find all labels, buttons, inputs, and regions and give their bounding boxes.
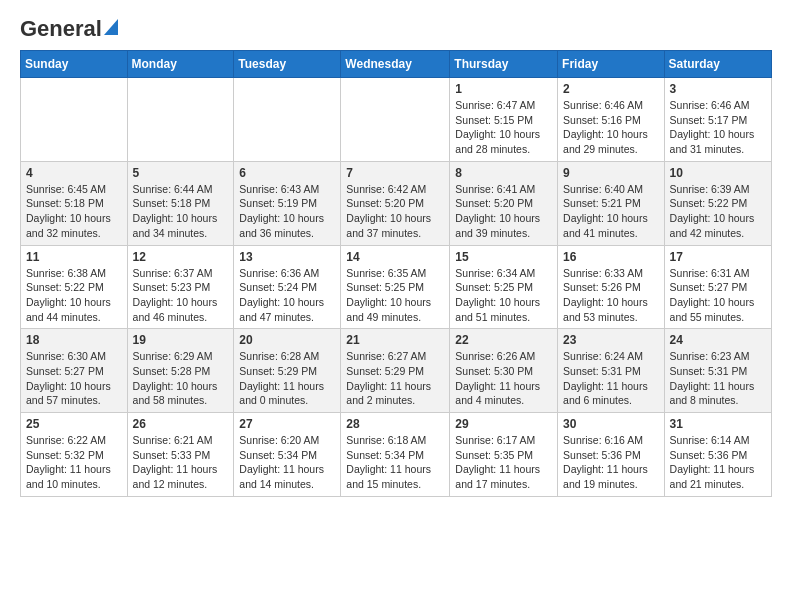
day-number: 3 bbox=[670, 82, 766, 96]
calendar-cell bbox=[341, 78, 450, 162]
day-header-monday: Monday bbox=[127, 51, 234, 78]
day-info: Sunrise: 6:24 AM Sunset: 5:31 PM Dayligh… bbox=[563, 349, 659, 408]
logo-arrow-icon bbox=[104, 19, 118, 39]
day-number: 29 bbox=[455, 417, 552, 431]
day-info: Sunrise: 6:34 AM Sunset: 5:25 PM Dayligh… bbox=[455, 266, 552, 325]
day-number: 20 bbox=[239, 333, 335, 347]
day-number: 27 bbox=[239, 417, 335, 431]
day-number: 9 bbox=[563, 166, 659, 180]
day-info: Sunrise: 6:22 AM Sunset: 5:32 PM Dayligh… bbox=[26, 433, 122, 492]
logo-general: General bbox=[20, 16, 102, 42]
calendar-cell: 13Sunrise: 6:36 AM Sunset: 5:24 PM Dayli… bbox=[234, 245, 341, 329]
day-info: Sunrise: 6:20 AM Sunset: 5:34 PM Dayligh… bbox=[239, 433, 335, 492]
day-number: 5 bbox=[133, 166, 229, 180]
day-number: 18 bbox=[26, 333, 122, 347]
header: General bbox=[20, 16, 772, 42]
day-info: Sunrise: 6:36 AM Sunset: 5:24 PM Dayligh… bbox=[239, 266, 335, 325]
day-info: Sunrise: 6:17 AM Sunset: 5:35 PM Dayligh… bbox=[455, 433, 552, 492]
calendar-cell: 10Sunrise: 6:39 AM Sunset: 5:22 PM Dayli… bbox=[664, 161, 771, 245]
day-header-friday: Friday bbox=[558, 51, 665, 78]
day-header-thursday: Thursday bbox=[450, 51, 558, 78]
calendar-cell bbox=[127, 78, 234, 162]
day-info: Sunrise: 6:38 AM Sunset: 5:22 PM Dayligh… bbox=[26, 266, 122, 325]
day-number: 30 bbox=[563, 417, 659, 431]
day-header-saturday: Saturday bbox=[664, 51, 771, 78]
day-info: Sunrise: 6:35 AM Sunset: 5:25 PM Dayligh… bbox=[346, 266, 444, 325]
day-info: Sunrise: 6:21 AM Sunset: 5:33 PM Dayligh… bbox=[133, 433, 229, 492]
day-number: 23 bbox=[563, 333, 659, 347]
calendar-cell: 7Sunrise: 6:42 AM Sunset: 5:20 PM Daylig… bbox=[341, 161, 450, 245]
svg-marker-0 bbox=[104, 19, 118, 35]
day-header-tuesday: Tuesday bbox=[234, 51, 341, 78]
calendar-cell: 18Sunrise: 6:30 AM Sunset: 5:27 PM Dayli… bbox=[21, 329, 128, 413]
calendar-cell: 23Sunrise: 6:24 AM Sunset: 5:31 PM Dayli… bbox=[558, 329, 665, 413]
day-info: Sunrise: 6:37 AM Sunset: 5:23 PM Dayligh… bbox=[133, 266, 229, 325]
calendar-cell: 11Sunrise: 6:38 AM Sunset: 5:22 PM Dayli… bbox=[21, 245, 128, 329]
calendar-cell: 1Sunrise: 6:47 AM Sunset: 5:15 PM Daylig… bbox=[450, 78, 558, 162]
day-number: 6 bbox=[239, 166, 335, 180]
day-header-sunday: Sunday bbox=[21, 51, 128, 78]
day-info: Sunrise: 6:43 AM Sunset: 5:19 PM Dayligh… bbox=[239, 182, 335, 241]
day-info: Sunrise: 6:42 AM Sunset: 5:20 PM Dayligh… bbox=[346, 182, 444, 241]
day-number: 21 bbox=[346, 333, 444, 347]
logo: General bbox=[20, 16, 118, 42]
calendar-cell: 21Sunrise: 6:27 AM Sunset: 5:29 PM Dayli… bbox=[341, 329, 450, 413]
calendar-week-row: 1Sunrise: 6:47 AM Sunset: 5:15 PM Daylig… bbox=[21, 78, 772, 162]
day-info: Sunrise: 6:33 AM Sunset: 5:26 PM Dayligh… bbox=[563, 266, 659, 325]
day-info: Sunrise: 6:14 AM Sunset: 5:36 PM Dayligh… bbox=[670, 433, 766, 492]
day-info: Sunrise: 6:18 AM Sunset: 5:34 PM Dayligh… bbox=[346, 433, 444, 492]
calendar-cell bbox=[21, 78, 128, 162]
calendar-cell: 22Sunrise: 6:26 AM Sunset: 5:30 PM Dayli… bbox=[450, 329, 558, 413]
calendar-cell: 2Sunrise: 6:46 AM Sunset: 5:16 PM Daylig… bbox=[558, 78, 665, 162]
calendar-cell: 14Sunrise: 6:35 AM Sunset: 5:25 PM Dayli… bbox=[341, 245, 450, 329]
calendar-header-row: SundayMondayTuesdayWednesdayThursdayFrid… bbox=[21, 51, 772, 78]
calendar-cell: 4Sunrise: 6:45 AM Sunset: 5:18 PM Daylig… bbox=[21, 161, 128, 245]
day-info: Sunrise: 6:41 AM Sunset: 5:20 PM Dayligh… bbox=[455, 182, 552, 241]
day-number: 16 bbox=[563, 250, 659, 264]
calendar-cell: 12Sunrise: 6:37 AM Sunset: 5:23 PM Dayli… bbox=[127, 245, 234, 329]
calendar-cell: 19Sunrise: 6:29 AM Sunset: 5:28 PM Dayli… bbox=[127, 329, 234, 413]
day-number: 7 bbox=[346, 166, 444, 180]
day-number: 24 bbox=[670, 333, 766, 347]
calendar-cell: 17Sunrise: 6:31 AM Sunset: 5:27 PM Dayli… bbox=[664, 245, 771, 329]
calendar-cell: 20Sunrise: 6:28 AM Sunset: 5:29 PM Dayli… bbox=[234, 329, 341, 413]
calendar-week-row: 25Sunrise: 6:22 AM Sunset: 5:32 PM Dayli… bbox=[21, 413, 772, 497]
day-info: Sunrise: 6:26 AM Sunset: 5:30 PM Dayligh… bbox=[455, 349, 552, 408]
day-info: Sunrise: 6:29 AM Sunset: 5:28 PM Dayligh… bbox=[133, 349, 229, 408]
calendar-week-row: 18Sunrise: 6:30 AM Sunset: 5:27 PM Dayli… bbox=[21, 329, 772, 413]
calendar-cell: 30Sunrise: 6:16 AM Sunset: 5:36 PM Dayli… bbox=[558, 413, 665, 497]
day-number: 10 bbox=[670, 166, 766, 180]
day-number: 28 bbox=[346, 417, 444, 431]
calendar-cell: 29Sunrise: 6:17 AM Sunset: 5:35 PM Dayli… bbox=[450, 413, 558, 497]
calendar-cell: 31Sunrise: 6:14 AM Sunset: 5:36 PM Dayli… bbox=[664, 413, 771, 497]
day-info: Sunrise: 6:46 AM Sunset: 5:16 PM Dayligh… bbox=[563, 98, 659, 157]
day-info: Sunrise: 6:46 AM Sunset: 5:17 PM Dayligh… bbox=[670, 98, 766, 157]
day-number: 25 bbox=[26, 417, 122, 431]
calendar-week-row: 11Sunrise: 6:38 AM Sunset: 5:22 PM Dayli… bbox=[21, 245, 772, 329]
day-number: 1 bbox=[455, 82, 552, 96]
day-number: 13 bbox=[239, 250, 335, 264]
calendar-cell: 24Sunrise: 6:23 AM Sunset: 5:31 PM Dayli… bbox=[664, 329, 771, 413]
calendar-cell: 25Sunrise: 6:22 AM Sunset: 5:32 PM Dayli… bbox=[21, 413, 128, 497]
day-number: 15 bbox=[455, 250, 552, 264]
day-info: Sunrise: 6:16 AM Sunset: 5:36 PM Dayligh… bbox=[563, 433, 659, 492]
calendar-cell: 26Sunrise: 6:21 AM Sunset: 5:33 PM Dayli… bbox=[127, 413, 234, 497]
day-number: 2 bbox=[563, 82, 659, 96]
day-header-wednesday: Wednesday bbox=[341, 51, 450, 78]
day-info: Sunrise: 6:47 AM Sunset: 5:15 PM Dayligh… bbox=[455, 98, 552, 157]
day-info: Sunrise: 6:30 AM Sunset: 5:27 PM Dayligh… bbox=[26, 349, 122, 408]
day-info: Sunrise: 6:39 AM Sunset: 5:22 PM Dayligh… bbox=[670, 182, 766, 241]
calendar-cell: 3Sunrise: 6:46 AM Sunset: 5:17 PM Daylig… bbox=[664, 78, 771, 162]
calendar-cell: 27Sunrise: 6:20 AM Sunset: 5:34 PM Dayli… bbox=[234, 413, 341, 497]
day-info: Sunrise: 6:31 AM Sunset: 5:27 PM Dayligh… bbox=[670, 266, 766, 325]
calendar-cell: 9Sunrise: 6:40 AM Sunset: 5:21 PM Daylig… bbox=[558, 161, 665, 245]
calendar-cell bbox=[234, 78, 341, 162]
day-number: 12 bbox=[133, 250, 229, 264]
day-number: 14 bbox=[346, 250, 444, 264]
day-number: 26 bbox=[133, 417, 229, 431]
day-number: 4 bbox=[26, 166, 122, 180]
calendar-cell: 5Sunrise: 6:44 AM Sunset: 5:18 PM Daylig… bbox=[127, 161, 234, 245]
calendar-cell: 28Sunrise: 6:18 AM Sunset: 5:34 PM Dayli… bbox=[341, 413, 450, 497]
calendar-cell: 16Sunrise: 6:33 AM Sunset: 5:26 PM Dayli… bbox=[558, 245, 665, 329]
day-info: Sunrise: 6:44 AM Sunset: 5:18 PM Dayligh… bbox=[133, 182, 229, 241]
